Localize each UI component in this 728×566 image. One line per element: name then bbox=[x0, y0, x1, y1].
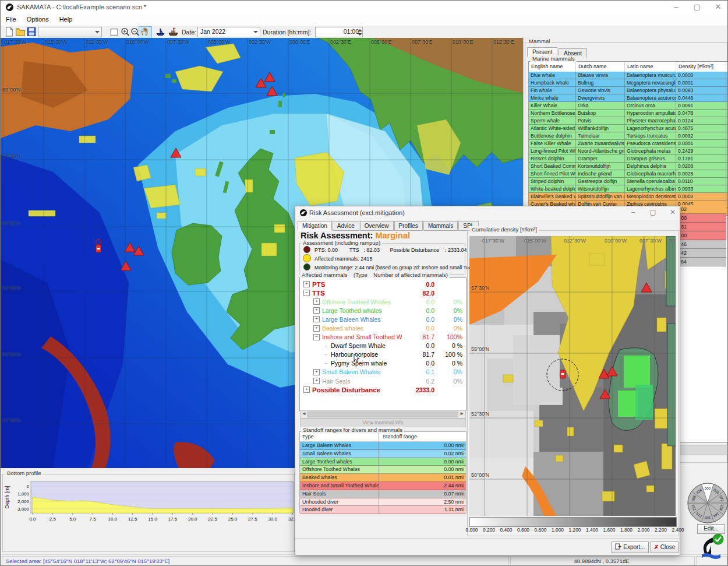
table-cell: Witflankdolfijn bbox=[576, 125, 625, 132]
menu-options[interactable]: Options bbox=[22, 15, 54, 24]
rect-select-icon[interactable] bbox=[109, 27, 119, 37]
table-row[interactable]: Atlantic White-sided dolphi.Witflankdolf… bbox=[529, 125, 727, 132]
tab-overview[interactable]: Overview bbox=[360, 221, 394, 231]
tree-expander-icon[interactable]: + bbox=[313, 378, 320, 384]
table-row[interactable]: Long-finned Pilot WhaleNoord-Atlantische… bbox=[529, 147, 727, 155]
tree-expander-icon[interactable]: + bbox=[303, 386, 310, 393]
tree-expander-icon[interactable]: + bbox=[303, 281, 310, 287]
tree-expander-icon[interactable]: − bbox=[303, 290, 310, 296]
table-row[interactable]: False Killer WhaleZwarte zwaardwalvisPse… bbox=[529, 140, 727, 147]
risk-assessment-dialog[interactable]: Risk Assessment (excl.mitigation) – ▢ ✕ … bbox=[295, 206, 680, 556]
density-lon-label: 012°30'W bbox=[564, 238, 586, 244]
tree-expander-icon[interactable]: + bbox=[313, 298, 320, 305]
tree-item[interactable]: +Possible Disturbance2333.0 bbox=[300, 385, 466, 394]
dialog-minimize-button[interactable]: – bbox=[624, 206, 642, 220]
tree-item[interactable]: +PTS0.0 bbox=[300, 280, 466, 289]
view-mammal-info-button[interactable]: View mammal info bbox=[300, 419, 466, 427]
standoff-row[interactable]: Offshore Toothed Whales0.00 nmi bbox=[300, 466, 466, 474]
affected-mammals-tree[interactable]: +PTS0.0−TTS82.0+Offshore Toothed Whales0… bbox=[299, 277, 467, 411]
table-row[interactable]: Humpback whaleBultrugMegaptera novaeangl… bbox=[529, 79, 727, 87]
tree-item-value: 82.0 bbox=[402, 290, 434, 297]
map-lon-label: 002°30'W bbox=[249, 39, 271, 45]
table-row[interactable]: Killer WhaleOrkaOrcinus orca0.0091 bbox=[529, 102, 727, 110]
table-row[interactable]: Minke whaleDwergvinvisBalaenoptera acuto… bbox=[529, 94, 727, 102]
tree-item[interactable]: +Beaked whales0.00% bbox=[300, 324, 466, 332]
tree-item-value: 0.0 bbox=[402, 281, 434, 288]
standoff-row[interactable]: Unhooded diver2.50 nmi bbox=[300, 498, 466, 507]
standoff-row[interactable]: Hooded diver1.11 nmi bbox=[300, 506, 466, 514]
tree-expander-icon[interactable]: − bbox=[313, 334, 320, 340]
tree-expander-icon[interactable]: + bbox=[313, 307, 320, 314]
table-row[interactable]: Striped dolphinGestreepte dolfijnStenell… bbox=[529, 178, 727, 185]
table-row[interactable]: Short Beaked Common d...Kortsnuitdolfijn… bbox=[529, 163, 727, 170]
table-row[interactable]: Blainville's Beaked WhaleSpitssnuitdolfi… bbox=[529, 193, 727, 201]
heading-compass[interactable]: 000036072108144180216252288324 bbox=[684, 480, 728, 526]
column-header: English name bbox=[529, 62, 576, 72]
tree-item[interactable]: −TTS82.0 bbox=[300, 289, 466, 297]
tree-item[interactable]: −Inshore and Small Toothed Whales81.7100… bbox=[300, 333, 466, 342]
compass-sector-label: 180 bbox=[704, 516, 711, 520]
minimize-button[interactable]: – bbox=[666, 1, 686, 15]
tab-advice[interactable]: Advice bbox=[333, 221, 359, 231]
zoom-in-icon[interactable] bbox=[120, 27, 130, 37]
table-cell: Lagenorhynchus albirostris bbox=[625, 185, 676, 192]
date-combo[interactable]: Jan 2022 bbox=[197, 27, 260, 37]
tree-item[interactable]: +Hair Seals0.20% bbox=[300, 377, 466, 385]
tree-item[interactable]: +Large Baleen Whales0.00% bbox=[300, 315, 466, 324]
pan-tool-button[interactable] bbox=[139, 26, 152, 38]
table-row[interactable]: Short-finned Pilot WhaleIndische griendG… bbox=[529, 170, 727, 178]
duration-spin-arrows[interactable] bbox=[357, 27, 363, 37]
tab-mammals[interactable]: Mammals bbox=[423, 221, 458, 231]
close-dialog-button[interactable]: ✗ Close bbox=[651, 542, 678, 553]
tree-item[interactable]: –Harbour porpoise81.7100 % bbox=[300, 350, 466, 359]
survey-vessel-icon[interactable] bbox=[168, 27, 179, 37]
dialog-maximize-button[interactable]: ▢ bbox=[644, 206, 662, 220]
export-button[interactable]: Export... bbox=[612, 542, 649, 553]
close-button[interactable]: ✕ bbox=[708, 1, 728, 15]
standoff-row[interactable]: Hair Seals0.07 nmi bbox=[300, 490, 466, 498]
cumulative-density-map[interactable]: 017°30'W015°00'W012°30'W010°00'W007°30'W… bbox=[469, 236, 676, 516]
tab-mitigation[interactable]: Mitigation bbox=[298, 221, 332, 231]
tree-expander-icon[interactable]: + bbox=[313, 316, 320, 322]
new-file-icon[interactable] bbox=[4, 27, 15, 37]
tree-expander-icon[interactable]: + bbox=[313, 325, 320, 332]
tree-expander-icon[interactable]: + bbox=[313, 369, 320, 375]
menu-file[interactable]: File bbox=[1, 15, 22, 24]
standoff-range: 1.11 nmi bbox=[379, 506, 466, 514]
table-row[interactable]: White-beaked dolphinWitsnuitdolfijnLagen… bbox=[529, 185, 727, 193]
boat-icon[interactable] bbox=[156, 27, 166, 37]
open-folder-icon[interactable] bbox=[15, 27, 26, 37]
table-row[interactable]: Risso's dolphinGramperGrampus griseus0.1… bbox=[529, 155, 727, 163]
tree-item[interactable]: +Large Toothed whales0.00% bbox=[300, 306, 466, 315]
tree-item[interactable]: +Offshore Toothed Whales0.00% bbox=[300, 297, 466, 306]
table-cell: Balaenoptera physalus bbox=[625, 87, 676, 94]
standoff-row[interactable]: Inshore and Small Toothed Whales2.44 nmi bbox=[300, 482, 466, 490]
table-row[interactable]: Sperm whalePotvisPhyseter macrocephalus0… bbox=[529, 117, 727, 125]
dialog-close-icon-button[interactable]: ✕ bbox=[663, 206, 682, 220]
maximize-button[interactable]: ▢ bbox=[687, 1, 707, 15]
duration-spinner[interactable]: 01:00 bbox=[315, 27, 363, 37]
table-row[interactable]: Blue whaleBlauwe vinvisBalaenoptera musc… bbox=[529, 72, 727, 79]
table-row[interactable]: Bottlenose dolphinTuimelaarTursiops trun… bbox=[529, 132, 727, 140]
table-row[interactable]: Northern Bottlenose whaleButskopHyperood… bbox=[529, 110, 727, 117]
tab-profiles[interactable]: Profiles bbox=[394, 221, 423, 231]
standoff-row[interactable]: Large Toothed whales0.00 nmi bbox=[300, 458, 466, 466]
table-row[interactable]: Fin whaleGewone vinvisBalaenoptera physa… bbox=[529, 87, 727, 94]
standoff-row[interactable]: Small Baleen Whales0.02 nmi bbox=[300, 450, 466, 458]
layer-combo[interactable] bbox=[38, 27, 102, 37]
y-tick-label: 3,000 bbox=[17, 507, 30, 512]
menu-help[interactable]: Help bbox=[54, 15, 78, 24]
standoff-row[interactable]: Large Baleen Whales0.00 nmi bbox=[300, 442, 466, 450]
tree-h-scrollbar[interactable]: ◄ ► bbox=[300, 410, 466, 419]
duration-label: Duration [hh:mm]: bbox=[263, 29, 311, 36]
tree-item[interactable]: –Pygmy Sperm whale0.00 % bbox=[300, 359, 466, 368]
standoff-row[interactable]: Beaked whales0.01 nmi bbox=[300, 474, 466, 482]
dialog-title-bar[interactable]: Risk Assessment (excl.mitigation) – ▢ ✕ bbox=[295, 206, 680, 220]
table-cell: Butskop bbox=[576, 110, 625, 117]
table-cell: 0.0001 bbox=[676, 140, 726, 147]
tree-item[interactable]: –Dwarf Sperm Whale0.00 % bbox=[300, 342, 466, 350]
risk-assessment-heading: Risk Assessment: Marginal bbox=[301, 231, 410, 240]
table-cell: Gestreepte dolfijn bbox=[576, 178, 625, 185]
tree-item[interactable]: +Small Baleen Whales0.10% bbox=[300, 368, 466, 377]
save-icon[interactable] bbox=[26, 27, 37, 37]
